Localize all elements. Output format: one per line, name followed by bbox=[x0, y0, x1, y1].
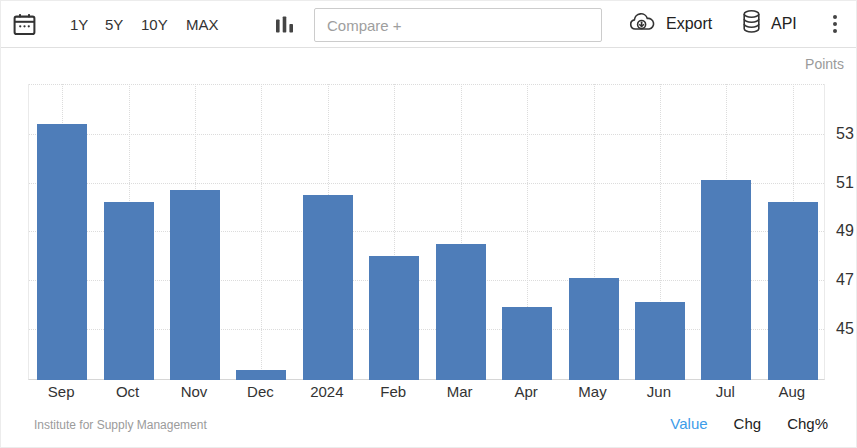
api-button[interactable]: API bbox=[741, 1, 797, 47]
y-axis-title: Points bbox=[805, 56, 844, 72]
bar-jun[interactable] bbox=[635, 302, 685, 380]
bar-sep[interactable] bbox=[37, 124, 87, 380]
range-button-10y[interactable]: 10Y bbox=[141, 1, 168, 47]
bar-oct[interactable] bbox=[104, 202, 154, 380]
x-tick-label: Aug bbox=[759, 383, 825, 400]
y-tick-label: 49 bbox=[836, 222, 857, 240]
export-button[interactable]: Export bbox=[627, 1, 712, 47]
cloud-download-icon bbox=[627, 11, 657, 37]
bar-mar[interactable] bbox=[436, 244, 486, 380]
bar-chart-icon bbox=[273, 13, 296, 36]
kebab-menu-icon bbox=[833, 15, 837, 33]
export-label: Export bbox=[666, 15, 712, 33]
gridline-vertical bbox=[261, 84, 262, 379]
source-attribution: Institute for Supply Management bbox=[34, 418, 207, 432]
database-icon bbox=[741, 9, 762, 40]
range-button-max[interactable]: MAX bbox=[186, 1, 219, 47]
bar-dec[interactable] bbox=[236, 370, 286, 380]
range-button-1y[interactable]: 1Y bbox=[70, 1, 88, 47]
y-tick-label: 47 bbox=[836, 271, 857, 289]
chg-pct-link[interactable]: Chg% bbox=[787, 415, 828, 432]
x-tick-label: Nov bbox=[161, 383, 227, 400]
toolbar: 1Y 5Y 10Y MAX Expo bbox=[1, 1, 857, 48]
y-tick-label: 45 bbox=[836, 320, 857, 338]
y-tick-label: 53 bbox=[836, 125, 857, 143]
x-tick-label: Apr bbox=[493, 383, 559, 400]
x-tick-label: Jul bbox=[692, 383, 758, 400]
x-tick-label: Mar bbox=[427, 383, 493, 400]
x-tick-label: Dec bbox=[227, 383, 293, 400]
bar-may[interactable] bbox=[569, 278, 619, 380]
bar-2024[interactable] bbox=[303, 195, 353, 380]
footer-links: Value Chg Chg% bbox=[670, 415, 828, 432]
range-button-5y[interactable]: 5Y bbox=[105, 1, 123, 47]
more-options-button[interactable] bbox=[825, 1, 845, 47]
api-label: API bbox=[771, 15, 797, 33]
bar-jul[interactable] bbox=[701, 180, 751, 380]
compare-input[interactable] bbox=[314, 8, 602, 42]
calendar-icon bbox=[11, 11, 38, 38]
chart-widget: 1Y 5Y 10Y MAX Expo bbox=[0, 0, 857, 448]
chg-link[interactable]: Chg bbox=[734, 415, 762, 432]
x-tick-label: May bbox=[560, 383, 626, 400]
x-tick-label: 2024 bbox=[294, 383, 360, 400]
bar-aug[interactable] bbox=[768, 202, 818, 380]
plot-area bbox=[28, 84, 825, 380]
x-tick-label: Oct bbox=[95, 383, 161, 400]
calendar-button[interactable] bbox=[11, 1, 38, 47]
x-tick-label: Sep bbox=[28, 383, 94, 400]
y-tick-label: 51 bbox=[836, 174, 857, 192]
value-link[interactable]: Value bbox=[670, 415, 707, 432]
bar-feb[interactable] bbox=[369, 256, 419, 380]
gridline-horizontal bbox=[29, 134, 824, 135]
x-tick-label: Feb bbox=[360, 383, 426, 400]
x-tick-label: Jun bbox=[626, 383, 692, 400]
chart-type-button[interactable] bbox=[273, 1, 296, 47]
bar-apr[interactable] bbox=[502, 307, 552, 380]
bar-nov[interactable] bbox=[170, 190, 220, 380]
gridline-horizontal bbox=[29, 84, 824, 85]
